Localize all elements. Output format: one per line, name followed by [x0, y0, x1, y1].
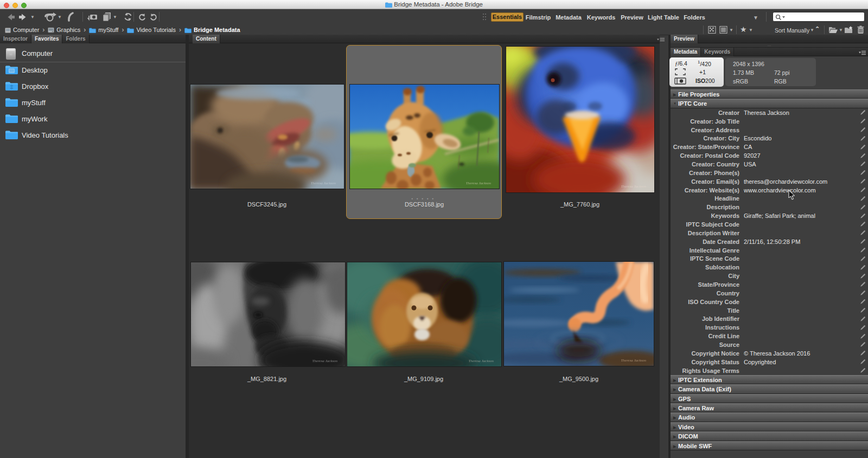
- svg-text:Theresa Jackson: Theresa Jackson: [621, 358, 646, 363]
- svg-text:Theresa Jackson: Theresa Jackson: [310, 181, 336, 185]
- svg-text:Theresa Jackson: Theresa Jackson: [312, 359, 337, 363]
- svg-text:Theresa Jackson: Theresa Jackson: [468, 359, 494, 363]
- svg-text:Theresa Jackson: Theresa Jackson: [465, 181, 491, 185]
- svg-text:Theresa Jackson: Theresa Jackson: [621, 184, 646, 189]
